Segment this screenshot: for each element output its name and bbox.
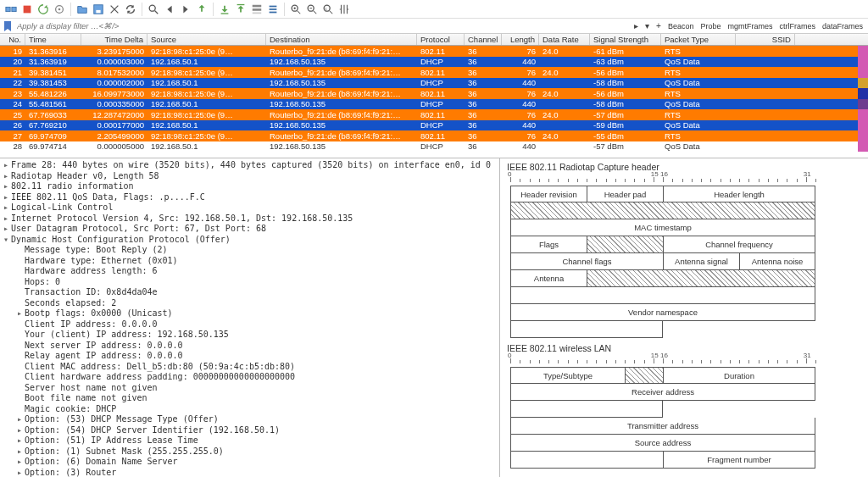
column-header[interactable]: Signal Strength: [590, 34, 661, 45]
reload-icon[interactable]: [123, 2, 138, 17]
column-header[interactable]: Protocol: [417, 34, 465, 45]
detail-line[interactable]: ▸Logical-Link Control: [3, 202, 499, 214]
detail-line[interactable]: ▸Option: (1) Subnet Mask (255.255.255.0): [3, 446, 499, 458]
detail-line[interactable]: Hardware type: Ethernet (0x01): [3, 256, 499, 267]
expander-icon[interactable]: ▸: [17, 468, 25, 478]
detail-line[interactable]: Seconds elapsed: 2: [3, 298, 499, 309]
detail-line[interactable]: ▸Option: (51) IP Address Lease Time: [3, 435, 499, 446]
column-header[interactable]: Time Delta: [81, 34, 147, 45]
filter-chip-mgmtframes[interactable]: mgmtFrames: [724, 21, 776, 31]
proto-field[interactable]: Flags: [510, 236, 587, 253]
proto-field[interactable]: Source address: [510, 435, 815, 452]
proto-field[interactable]: Header pad: [587, 186, 663, 202]
column-header[interactable]: Channel: [465, 34, 502, 45]
next-icon[interactable]: [178, 2, 193, 17]
column-header[interactable]: SSID: [736, 34, 795, 45]
expander-icon[interactable]: ▸: [17, 425, 25, 436]
detail-line[interactable]: Transaction ID: 0x8d4da04e: [3, 287, 499, 298]
detail-line[interactable]: Hops: 0: [3, 277, 499, 288]
detail-line[interactable]: ▸Option: (54) DHCP Server Identifier (19…: [3, 425, 499, 436]
expander-icon[interactable]: ▸: [3, 224, 11, 235]
goto-icon[interactable]: [194, 2, 209, 17]
close-icon[interactable]: [107, 2, 122, 17]
packet-list-header[interactable]: No.TimeTime DeltaSourceDestinationProtoc…: [0, 34, 868, 46]
proto-field[interactable]: [510, 452, 663, 469]
colorize-icon[interactable]: [265, 2, 281, 17]
filter-chip-probe[interactable]: Probe: [697, 21, 724, 31]
options-icon[interactable]: [52, 2, 67, 17]
filter-add-icon[interactable]: +: [654, 21, 664, 31]
proto-field[interactable]: Type/Subtype: [510, 367, 625, 384]
proto-field[interactable]: Receiver address: [510, 384, 815, 401]
filter-chip-ctrlframes[interactable]: ctrlFrames: [776, 21, 819, 31]
detail-line[interactable]: Client MAC address: Dell_b5:db:80 (50:9a…: [3, 362, 499, 373]
column-header[interactable]: Time: [25, 34, 81, 45]
open-icon[interactable]: [75, 2, 90, 17]
packet-row[interactable]: 2667.7692100.000177000192.168.50.1192.16…: [0, 120, 868, 131]
proto-field[interactable]: Antenna signal: [663, 253, 739, 270]
expander-icon[interactable]: ▸: [17, 446, 25, 458]
packet-row[interactable]: 2031.3639190.000003000192.168.50.1192.16…: [0, 57, 868, 68]
detail-line[interactable]: ▸Option: (6) Domain Name Server: [3, 457, 499, 468]
detail-line[interactable]: ▸Option: (53) DHCP Message Type (Offer): [3, 414, 499, 425]
find-icon[interactable]: [146, 2, 161, 17]
detail-line[interactable]: Your (client) IP address: 192.168.50.135: [3, 330, 499, 341]
bookmark-icon[interactable]: [2, 20, 14, 32]
column-header[interactable]: Source: [147, 34, 266, 45]
expander-icon[interactable]: ▸: [3, 160, 11, 171]
interfaces-icon[interactable]: [3, 2, 19, 17]
detail-line[interactable]: Message type: Boot Reply (2): [3, 245, 499, 256]
detail-line[interactable]: ▾Dynamic Host Configuration Protocol (Of…: [3, 235, 499, 246]
detail-line[interactable]: ▸Bootp flags: 0x0000 (Unicast): [3, 308, 499, 319]
first-icon[interactable]: [217, 2, 232, 17]
column-header[interactable]: Length: [502, 34, 539, 45]
zoom-out-icon[interactable]: [304, 2, 320, 17]
proto-field[interactable]: Antenna noise: [739, 253, 815, 270]
detail-line[interactable]: Client hardware address padding: 0000000…: [3, 372, 499, 383]
zoom-reset-icon[interactable]: 1: [320, 2, 336, 17]
expander-icon[interactable]: ▸: [17, 457, 25, 468]
packet-row[interactable]: 2869.9747140.000005000192.168.50.1192.16…: [0, 141, 868, 153]
detail-line[interactable]: Magic cookie: DHCP: [3, 404, 499, 415]
proto-field[interactable]: [510, 321, 663, 338]
packet-details-pane[interactable]: ▸Frame 28: 440 bytes on wire (3520 bits)…: [0, 158, 500, 477]
packet-row[interactable]: 2139.3814518.01753200092:18:98:c1:25:0e …: [0, 67, 868, 78]
proto-field[interactable]: Antenna: [510, 270, 587, 287]
detail-line[interactable]: Server host name not given: [3, 383, 499, 394]
expander-icon[interactable]: ▸: [3, 171, 11, 182]
last-icon[interactable]: [233, 2, 248, 17]
proto-field[interactable]: [625, 367, 663, 384]
protocol-diagram-pane[interactable]: IEEE 802.11 Radiotap Capture header Head…: [500, 158, 868, 477]
expander-icon[interactable]: ▸: [3, 214, 11, 225]
column-header[interactable]: Destination: [266, 34, 417, 45]
filter-chip-dataframes[interactable]: dataFrames: [819, 21, 866, 31]
proto-field[interactable]: [510, 202, 815, 219]
filter-dropdown-icon[interactable]: ▾: [643, 21, 653, 31]
column-header[interactable]: Packet Type: [661, 34, 736, 45]
detail-line[interactable]: Client IP address: 0.0.0.0: [3, 319, 499, 330]
packet-row[interactable]: 2769.9747092.20549900092:18:98:c1:25:0e …: [0, 130, 868, 141]
detail-line[interactable]: ▸IEEE 802.11 QoS Data, Flags: .p....F.C: [3, 192, 499, 203]
detail-line[interactable]: Hardware address length: 6: [3, 266, 499, 277]
detail-line[interactable]: ▸Frame 28: 440 bytes on wire (3520 bits)…: [3, 160, 499, 171]
display-filter-input[interactable]: [14, 19, 632, 32]
stop-icon[interactable]: [19, 2, 35, 17]
proto-field[interactable]: Header length: [663, 186, 815, 202]
save-icon[interactable]: [91, 2, 106, 17]
expander-icon[interactable]: ▸: [17, 308, 25, 319]
column-header[interactable]: No.: [0, 34, 25, 45]
column-header[interactable]: Data Rate: [539, 34, 590, 45]
detail-line[interactable]: ▸Option: (3) Router: [3, 468, 499, 478]
detail-line[interactable]: Boot file name not given: [3, 393, 499, 404]
proto-field[interactable]: [587, 236, 663, 253]
proto-field[interactable]: [587, 270, 815, 287]
expander-icon[interactable]: ▸: [17, 414, 25, 425]
proto-field[interactable]: MAC timestamp: [510, 219, 815, 236]
detail-line[interactable]: Next server IP address: 0.0.0.0: [3, 341, 499, 352]
zoom-in-icon[interactable]: [288, 2, 303, 17]
proto-field[interactable]: Channel frequency: [663, 236, 815, 253]
proto-field[interactable]: Duration: [663, 367, 815, 384]
proto-field[interactable]: Vendor namespace: [510, 304, 815, 321]
packet-row[interactable]: 2455.4815610.000335000192.168.50.1192.16…: [0, 99, 868, 110]
filter-apply-icon[interactable]: ▸: [632, 21, 642, 31]
